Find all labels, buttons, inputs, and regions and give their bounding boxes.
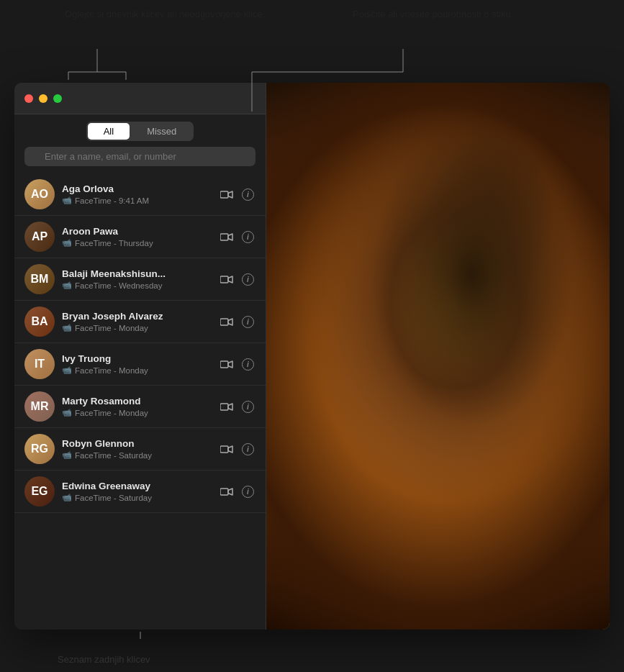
video-call-button-ivy-truong[interactable] (219, 358, 235, 371)
avatar-robyn-glennon: RG (24, 434, 55, 464)
contact-detail-aroon-pawa: 📹 FaceTime - Thursday (62, 238, 212, 248)
photo-overlay (266, 83, 610, 630)
video-call-button-aroon-pawa[interactable] (219, 231, 235, 243)
search-wrapper: 🔍 (24, 147, 256, 166)
avatar-aga-orlova: AO (24, 179, 55, 209)
tab-bar: All Missed (14, 114, 266, 147)
app-window: All Missed 🔍 AOAga Orlova📹 FaceTime - 9:… (14, 83, 610, 630)
avatar-ivy-truong: IT (24, 349, 55, 379)
info-button-aga-orlova[interactable]: i (240, 187, 256, 202)
contact-actions-robyn-glennon: i (219, 442, 256, 457)
close-button[interactable] (24, 94, 33, 103)
call-type-icon: 📹 (62, 493, 72, 502)
contact-name-balaji-meenakshisun: Balaji Meenakshisun... (62, 268, 212, 279)
video-call-button-balaji-meenakshisun[interactable] (219, 273, 235, 286)
contact-info-robyn-glennon: Robyn Glennon📹 FaceTime - Saturday (62, 438, 212, 460)
contact-detail-balaji-meenakshisun: 📹 FaceTime - Wednesday (62, 281, 212, 290)
call-type-icon: 📹 (62, 450, 72, 460)
contact-list: AOAga Orlova📹 FaceTime - 9:41 AM iAPAroo… (14, 173, 266, 630)
contact-info-marty-rosamond: Marty Rosamond📹 FaceTime - Monday (62, 396, 212, 417)
main-photo (266, 83, 610, 630)
contact-item-bryan-joseph-alvarez[interactable]: BABryan Joseph Alvarez📹 FaceTime - Monda… (14, 301, 266, 343)
contact-name-aga-orlova: Aga Orlova (62, 183, 212, 194)
call-type-icon: 📹 (62, 365, 72, 375)
contact-name-aroon-pawa: Aroon Pawa (62, 226, 212, 237)
contact-detail-marty-rosamond: 📹 FaceTime - Monday (62, 408, 212, 417)
svg-rect-9 (220, 191, 228, 198)
info-button-robyn-glennon[interactable]: i (240, 442, 256, 457)
info-button-edwina-greenaway[interactable]: i (240, 484, 256, 499)
contact-actions-ivy-truong: i (219, 357, 256, 372)
contact-detail-aga-orlova: 📹 FaceTime - 9:41 AM (62, 196, 212, 205)
contact-item-aga-orlova[interactable]: AOAga Orlova📹 FaceTime - 9:41 AM i (14, 173, 266, 216)
contact-item-robyn-glennon[interactable]: RGRobyn Glennon📹 FaceTime - Saturday i (14, 428, 266, 471)
contact-info-ivy-truong: Ivy Truong📹 FaceTime - Monday (62, 353, 212, 375)
contact-detail-robyn-glennon: 📹 FaceTime - Saturday (62, 450, 212, 460)
avatar-balaji-meenakshisun: BM (24, 264, 55, 294)
contact-name-ivy-truong: Ivy Truong (62, 353, 212, 364)
tab-missed[interactable]: Missed (131, 123, 192, 140)
contact-item-marty-rosamond[interactable]: MRMarty Rosamond📹 FaceTime - Monday i (14, 386, 266, 428)
contact-actions-marty-rosamond: i (219, 399, 256, 414)
minimize-button[interactable] (39, 94, 48, 103)
info-button-marty-rosamond[interactable]: i (240, 399, 256, 414)
info-circle-icon: i (242, 231, 254, 243)
contact-item-balaji-meenakshisun[interactable]: BMBalaji Meenakshisun...📹 FaceTime - Wed… (14, 258, 266, 301)
contact-name-robyn-glennon: Robyn Glennon (62, 438, 212, 449)
svg-rect-11 (220, 276, 228, 283)
contact-actions-aroon-pawa: i (219, 230, 256, 245)
call-type-icon: 📹 (62, 408, 72, 417)
svg-rect-14 (220, 404, 228, 410)
contact-detail-edwina-greenaway: 📹 FaceTime - Saturday (62, 493, 212, 502)
info-button-ivy-truong[interactable]: i (240, 357, 256, 372)
video-call-button-aga-orlova[interactable] (219, 189, 235, 201)
video-call-button-edwina-greenaway[interactable] (219, 486, 235, 498)
contact-info-aroon-pawa: Aroon Pawa📹 FaceTime - Thursday (62, 226, 212, 248)
contact-info-bryan-joseph-alvarez: Bryan Joseph Alvarez📹 FaceTime - Monday (62, 311, 212, 332)
svg-rect-16 (220, 489, 228, 495)
video-icon (220, 445, 233, 454)
tab-group: All Missed (86, 122, 194, 141)
svg-rect-10 (220, 234, 228, 240)
contact-item-edwina-greenaway[interactable]: EGEdwina Greenaway📹 FaceTime - Saturday … (14, 471, 266, 513)
annotation-top-left: Oglejte si dnevnik klicev ali neodgovorj… (65, 7, 265, 22)
contact-info-balaji-meenakshisun: Balaji Meenakshisun...📹 FaceTime - Wedne… (62, 268, 212, 290)
contact-actions-aga-orlova: i (219, 187, 256, 202)
contact-info-edwina-greenaway: Edwina Greenaway📹 FaceTime - Saturday (62, 481, 212, 502)
avatar-aroon-pawa: AP (24, 222, 55, 252)
contact-actions-bryan-joseph-alvarez: i (219, 314, 256, 330)
avatar-edwina-greenaway: EG (24, 476, 55, 507)
call-type-icon: 📹 (62, 196, 72, 205)
contact-detail-bryan-joseph-alvarez: 📹 FaceTime - Monday (62, 323, 212, 332)
contact-item-aroon-pawa[interactable]: APAroon Pawa📹 FaceTime - Thursday i (14, 216, 266, 258)
svg-rect-13 (220, 361, 228, 368)
info-button-balaji-meenakshisun[interactable]: i (240, 272, 256, 287)
titlebar (14, 83, 266, 114)
video-icon (220, 275, 233, 284)
search-input[interactable] (24, 147, 256, 166)
info-circle-icon: i (242, 358, 254, 371)
info-circle-icon: i (242, 316, 254, 328)
contact-item-ivy-truong[interactable]: ITIvy Truong📹 FaceTime - Monday i (14, 343, 266, 386)
contact-actions-balaji-meenakshisun: i (219, 272, 256, 287)
info-button-bryan-joseph-alvarez[interactable]: i (240, 314, 256, 330)
video-call-button-robyn-glennon[interactable] (219, 443, 235, 455)
video-icon (220, 360, 233, 369)
info-circle-icon: i (242, 443, 254, 455)
maximize-button[interactable] (53, 94, 62, 103)
video-icon (220, 232, 233, 242)
video-call-button-bryan-joseph-alvarez[interactable] (219, 316, 235, 328)
video-icon (220, 317, 233, 327)
info-circle-icon: i (242, 189, 254, 201)
avatar-bryan-joseph-alvarez: BA (24, 307, 55, 337)
avatar-marty-rosamond: MR (24, 391, 55, 422)
svg-rect-15 (220, 446, 228, 453)
video-icon (220, 402, 233, 412)
annotation-top-right: Poiščite ali vnesite podrobnosti o stiku… (353, 7, 513, 22)
contact-actions-edwina-greenaway: i (219, 484, 256, 499)
annotation-bottom: Seznam zadnjih klicev (58, 653, 150, 667)
video-call-button-marty-rosamond[interactable] (219, 401, 235, 413)
contact-name-marty-rosamond: Marty Rosamond (62, 396, 212, 407)
info-button-aroon-pawa[interactable]: i (240, 230, 256, 245)
tab-all[interactable]: All (88, 123, 130, 140)
